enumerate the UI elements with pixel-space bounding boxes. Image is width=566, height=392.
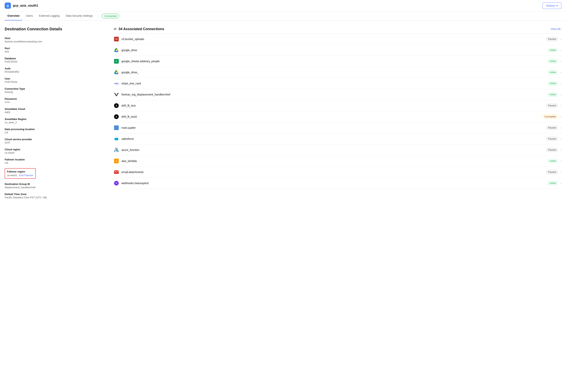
tab-users[interactable]: Users [23,12,36,20]
conn-name: s3.bucket_uploads [121,38,546,41]
field-value: US [5,131,102,134]
conn-icon-lambda: λ [114,158,119,164]
conn-status-badge: Active [548,181,558,185]
connection-item[interactable]: fivetran_log_displacement_handkerchief A… [114,89,561,100]
status-badge: Connected [102,14,119,18]
conn-status-badge: Incomplete [542,114,558,119]
conn-status-badge: Active [548,159,558,163]
view-all-label: View All [551,28,560,30]
conn-name: stripe_test_card [121,82,548,85]
connection-item[interactable]: d drift_fk_test Paused › [114,100,561,111]
failover-region-label: Failover region [7,170,33,173]
connection-item[interactable]: mars.jupiter Paused › [114,122,561,133]
end-failover-link[interactable]: End Failover [19,174,33,177]
app-logo-icon: g [5,2,11,9]
field-label: Data processing location [5,128,102,131]
chevron-right-icon: › [560,60,561,63]
conn-icon-webhook: ✦ [114,181,119,186]
conn-status-badge: Active [548,70,558,74]
connection-item[interactable]: sf salesforce Paused › [114,133,561,144]
detail-row: Cloud service provider GCP [5,138,102,144]
actions-label: Actions [546,4,555,7]
conn-icon-mars [114,125,119,130]
conn-name: azure_function [121,148,546,152]
detail-row: Password •••••• [5,98,102,104]
chevron-right-icon: › [560,137,561,140]
tab-data-security[interactable]: Data Security Settings [63,12,96,20]
conn-name: salesforce [121,137,546,140]
field-value: Pacific Standard Time PST (UTC -08) [5,196,102,199]
tab-external-logging[interactable]: External Logging [36,12,62,20]
connection-item[interactable]: G google_sheets.arbitrary_people Active … [114,56,561,67]
field-value: US [5,161,102,164]
conn-status-badge: Active [548,48,558,52]
chevron-right-icon: › [560,115,561,118]
field-label: Cloud service provider [5,138,102,141]
conn-icon-gdrive [114,47,119,53]
svg-text:sf: sf [116,139,117,140]
field-value: displacement_handkerchief [5,186,102,189]
conn-icon-gsheets: G [114,58,119,64]
detail-row: Destination Group ID displacement_handke… [5,182,102,189]
conn-status-badge: Active [548,92,558,97]
field-value: FIVETRAN [5,81,102,84]
conn-name: drift_fk_test [121,104,546,107]
connection-item[interactable]: google_drive Active › [114,45,561,56]
connection-item[interactable]: stripe stripe_test_card Active › [114,78,561,89]
field-label: Snowflake Cloud [5,108,102,111]
detail-row: Port 443 [5,47,102,53]
chevron-right-icon: › [560,104,561,107]
connection-item[interactable]: d drift_fk_test2 Incomplete › [114,111,561,122]
connection-item[interactable]: azure_function Paused › [114,144,561,155]
actions-button[interactable]: Actions ▾ [542,2,561,9]
tab-overview[interactable]: Overview [5,12,22,20]
extra-detail-rows: Destination Group ID displacement_handke… [5,182,102,199]
left-section-title: Destination Connection Details [5,27,102,31]
conn-status-badge: Paused [546,170,558,174]
field-label: Destination Group ID [5,182,102,185]
conn-name: mars.jupiter [121,126,546,129]
connections-icon: ⇌ [114,27,117,31]
conn-name: webhooks.hearsaytest [121,182,548,185]
detail-row: Data processing location US [5,128,102,134]
connection-item[interactable]: google_drive_ Active › [114,67,561,78]
conn-icon-drift: d [114,114,119,119]
chevron-right-icon: › [560,126,561,129]
chevron-down-icon: ▾ [556,4,558,7]
failover-region-value: us-west1 End Failover [7,174,33,177]
connection-item[interactable]: S3 s3.bucket_uploads Paused › [114,34,561,45]
field-label: Snowflake Region [5,118,102,121]
chevron-right-icon: › [560,28,561,30]
right-panel: ⇌ 34 Associated Connections View All › S… [114,27,561,203]
conn-icon-azure [114,147,119,153]
conn-status-badge: Paused [546,37,558,41]
chevron-right-icon: › [560,82,561,85]
detail-row: Cloud region us-east4 [5,148,102,154]
view-all-link[interactable]: View All › [551,28,561,30]
conn-icon-fivetran [114,92,119,97]
connection-item[interactable]: email.attachments Paused › [114,167,561,178]
conn-status-badge: Active [548,59,558,63]
chevron-right-icon: › [560,49,561,52]
field-value: fivetran.snowflakecomputing.com [5,40,102,43]
detail-row: Snowflake Cloud AWS [5,108,102,114]
app-title: gcp_asia_south1 [13,4,38,7]
header-left: g gcp_asia_south1 [5,2,38,9]
chevron-right-icon: › [560,182,561,185]
conn-status-badge: Paused [546,148,558,152]
conn-name: fivetran_log_displacement_handkerchief [121,93,548,96]
detail-row: Database FIVETRAN [5,57,102,63]
connection-item[interactable]: λ aws_lambda Active › [114,155,561,167]
connection-item[interactable]: ✦ webhooks.hearsaytest Active › [114,178,561,189]
chevron-right-icon: › [560,170,561,174]
conn-name: google_sheets.arbitrary_people [121,60,548,63]
assoc-count: 34 [119,27,122,31]
field-label: User [5,77,102,80]
field-value: GCP [5,141,102,144]
chevron-right-icon: › [560,71,561,74]
conn-status-badge: Paused [546,137,558,141]
detail-rows: Host fivetran.snowflakecomputing.com Por… [5,37,102,164]
chevron-right-icon: › [560,148,561,152]
main-content: Destination Connection Details Host five… [0,21,566,209]
associations-title-group: ⇌ 34 Associated Connections [114,27,164,31]
